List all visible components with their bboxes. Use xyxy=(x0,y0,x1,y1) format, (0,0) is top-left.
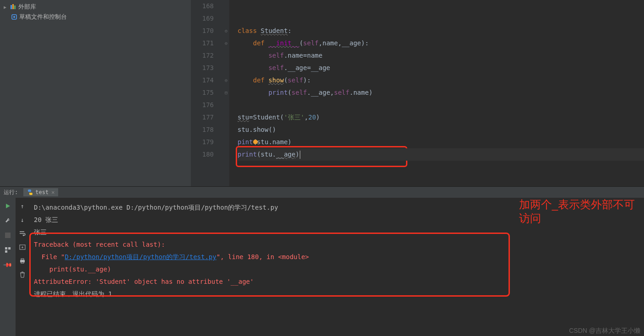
svg-rect-5 xyxy=(5,233,11,238)
code-line[interactable] xyxy=(238,0,644,12)
run-tab-label: test xyxy=(35,189,49,195)
scratch-icon xyxy=(11,14,17,20)
project-sidebar: ▶ 外部库 草稿文件和控制台 xyxy=(0,0,191,186)
code-line[interactable]: def show(self): xyxy=(238,74,644,87)
svg-rect-7 xyxy=(8,247,11,249)
code-line[interactable]: print(self.__age,self.name) xyxy=(238,87,644,99)
console-exit: 进程已结束，退出代码为 1 xyxy=(34,288,644,300)
svg-rect-0 xyxy=(11,5,12,9)
run-label: 运行: xyxy=(4,189,18,196)
layout-icon[interactable] xyxy=(3,245,12,255)
trash-icon[interactable] xyxy=(18,270,27,279)
line-gutter: 168169170171172173174175176177178179180 xyxy=(191,0,223,186)
traceback-line: print(stu.__age) xyxy=(34,263,644,276)
run-toolbar: 📌 xyxy=(0,198,16,336)
svg-rect-11 xyxy=(21,259,24,260)
code-line[interactable]: def __init__(self,name,__age): xyxy=(238,37,644,49)
watermark: CSDN @吉林大学王小懒 xyxy=(569,327,640,335)
soft-wrap-icon[interactable] xyxy=(18,229,27,238)
svg-rect-12 xyxy=(21,262,24,263)
arrow-down-icon[interactable]: ↓ xyxy=(18,215,27,224)
svg-rect-8 xyxy=(5,250,7,253)
traceback-error: AttributeError: 'Student' object has no … xyxy=(34,276,644,288)
stop-button[interactable] xyxy=(3,231,12,240)
fold-column: ⊖⊖⊖⊟ xyxy=(223,0,229,186)
breakpoint-icon xyxy=(253,140,258,144)
run-tab[interactable]: test ✕ xyxy=(23,188,58,196)
code-line[interactable]: self.name=name xyxy=(238,49,644,62)
arrow-up-icon[interactable]: ↑ xyxy=(18,201,27,211)
code-line[interactable]: self.__age=__age xyxy=(238,62,644,74)
code-line[interactable] xyxy=(238,99,644,111)
code-area[interactable]: class Student: def __init__(self,name,__… xyxy=(229,0,644,186)
svg-rect-6 xyxy=(5,247,7,249)
code-line[interactable]: class Student: xyxy=(238,25,644,37)
run-button[interactable] xyxy=(3,201,12,211)
close-icon[interactable]: ✕ xyxy=(51,189,54,195)
run-tab-bar: 运行: test ✕ xyxy=(0,187,644,198)
sidebar-item-label: 草稿文件和控制台 xyxy=(19,13,67,21)
svg-rect-1 xyxy=(12,4,14,9)
chevron-right-icon: ▶ xyxy=(4,5,10,10)
sidebar-item-scratches[interactable]: 草稿文件和控制台 xyxy=(4,12,187,22)
sidebar-item-external-lib[interactable]: ▶ 外部库 xyxy=(4,2,187,12)
code-editor[interactable]: 168169170171172173174175176177178179180 … xyxy=(191,0,644,186)
code-line[interactable] xyxy=(238,12,644,25)
svg-rect-2 xyxy=(14,5,16,9)
code-line[interactable]: pint(stu.name) xyxy=(238,136,644,148)
wrench-icon[interactable] xyxy=(3,216,12,225)
file-link[interactable]: D:/python/python项目/python的学习/test.py xyxy=(65,253,216,260)
code-line[interactable]: stu=Student('张三',20) xyxy=(238,111,644,124)
svg-point-4 xyxy=(13,16,15,18)
code-line[interactable]: stu.show() xyxy=(238,124,644,136)
scroll-icon[interactable] xyxy=(18,243,27,252)
traceback-file: File "D:/python/python项目/python的学习/test.… xyxy=(34,251,644,263)
sidebar-item-label: 外部库 xyxy=(18,3,36,11)
traceback-header: Traceback (most recent call last): xyxy=(34,238,644,251)
library-icon xyxy=(10,4,16,10)
caret xyxy=(300,151,300,159)
annotation-text: 加两个_表示类外部不可 访问 xyxy=(519,198,635,225)
console-line: 张三 xyxy=(34,226,644,238)
print-icon[interactable] xyxy=(18,256,27,266)
code-line[interactable]: print(stu.__age) xyxy=(238,148,644,161)
console-output[interactable]: 加两个_表示类外部不可 访问 D:\anaconda3\python.exe D… xyxy=(29,198,644,336)
python-icon xyxy=(27,189,33,195)
pin-icon[interactable]: 📌 xyxy=(1,258,14,271)
console-nav: ↑ ↓ xyxy=(16,198,29,336)
